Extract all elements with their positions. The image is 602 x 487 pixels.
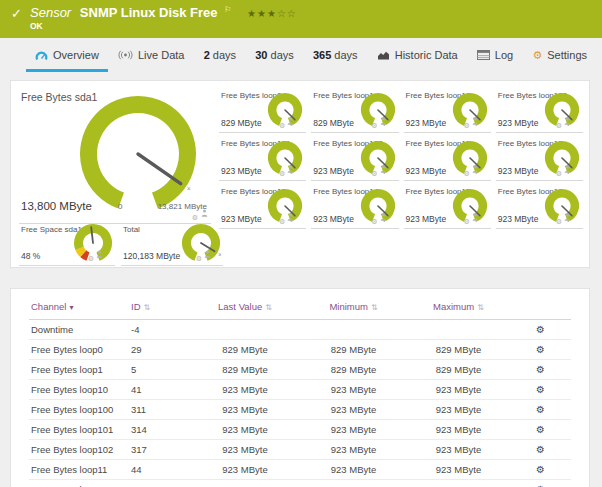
- gear-icon[interactable]: ⚙: [463, 122, 469, 129]
- gauge-tile-free-bytes-loop101[interactable]: Free Bytes loop101923 MByte⚙: [219, 135, 306, 181]
- channel-settings-icon[interactable]: ⚙: [536, 384, 545, 395]
- gauge-tile-free-bytes-loop14[interactable]: Free Bytes loop14923 MByte⚙: [311, 183, 398, 229]
- page-title: SNMP Linux Disk Free: [80, 5, 218, 20]
- cell-minimum: [301, 320, 406, 340]
- gauge-tile-free-bytes-loop13[interactable]: Free Bytes loop13923 MByte⚙: [219, 183, 306, 229]
- cell-last-value: 923 MByte: [189, 460, 301, 480]
- gear-icon[interactable]: ⚙: [279, 218, 285, 225]
- person-icon[interactable]: [380, 111, 387, 129]
- cell-maximum: 923 MByte: [406, 400, 511, 420]
- gauge-tile-free-bytes-loop10[interactable]: Free Bytes loop10923 MByte⚙: [404, 87, 491, 133]
- channel-settings-icon[interactable]: ⚙: [536, 364, 545, 375]
- gear-icon[interactable]: ⚙: [556, 218, 562, 225]
- tab-log[interactable]: Log: [470, 38, 520, 72]
- channel-settings-icon[interactable]: ⚙: [536, 464, 545, 475]
- tab-label: 2 days: [204, 49, 236, 61]
- person-icon[interactable]: [472, 159, 479, 177]
- tab-overview[interactable]: Overview: [28, 38, 106, 72]
- gauge-tile-free-bytes-loop12[interactable]: Free Bytes loop12923 MByte⚙: [496, 135, 583, 181]
- gauge-tile-free-bytes-sda1[interactable]: Free Bytes sda1 × 13,800 MByte 0 13,821 …: [19, 87, 211, 224]
- person-icon[interactable]: [287, 159, 294, 177]
- gauge-tile-free-bytes-loop0[interactable]: Free Bytes loop0829 MByte⚙: [219, 87, 306, 133]
- column-header-channel[interactable]: Channel▾: [29, 295, 129, 320]
- tab-historic-data[interactable]: Historic Data: [370, 38, 465, 72]
- column-header-minimum[interactable]: Minimum⇅: [301, 295, 406, 320]
- cell-settings: ⚙: [511, 440, 571, 460]
- gauge-tile-free-bytes-loop11[interactable]: Free Bytes loop11923 MByte⚙: [404, 135, 491, 181]
- cell-channel: Free Bytes loop10: [29, 380, 129, 400]
- tile-icons: ⚙: [463, 207, 478, 225]
- tab-30-days[interactable]: 30 days: [248, 38, 301, 72]
- tile-icons: ⚙: [556, 111, 571, 129]
- column-header-last-value[interactable]: Last Value⇅: [189, 295, 301, 320]
- cell-last-value: 829 MByte: [189, 340, 301, 360]
- channel-settings-icon[interactable]: ⚙: [536, 344, 545, 355]
- gauge-tile-free-bytes-loop102[interactable]: Free Bytes loop102923 MByte⚙: [311, 135, 398, 181]
- cell-minimum: 923 MByte: [301, 420, 406, 440]
- person-icon[interactable]: [564, 111, 571, 129]
- sort-desc-icon: ▾: [69, 303, 73, 312]
- gear-icon[interactable]: ⚙: [371, 170, 377, 177]
- cell-minimum: 923 MByte: [301, 400, 406, 420]
- gear-icon[interactable]: ⚙: [463, 170, 469, 177]
- tab-365-days[interactable]: 365 days: [306, 38, 365, 72]
- table-row-free-bytes-loop1: Free Bytes loop15829 MByte829 MByte829 M…: [29, 360, 571, 380]
- flag-icon[interactable]: ⚐: [224, 5, 231, 14]
- gear-icon[interactable]: ⚙: [88, 255, 94, 262]
- gear-icon[interactable]: ⚙: [279, 122, 285, 129]
- gear-icon[interactable]: ⚙: [556, 170, 562, 177]
- person-icon[interactable]: [472, 111, 479, 129]
- gauge-tile-total[interactable]: Total×120,183 MByte⚙: [121, 221, 223, 266]
- person-icon[interactable]: [96, 244, 103, 262]
- tab-2-days[interactable]: 2 days: [197, 38, 243, 72]
- tab-settings[interactable]: ⚙Settings: [525, 38, 594, 72]
- historic-icon: [377, 50, 390, 60]
- gauge-tile-free-bytes-loop100[interactable]: Free Bytes loop100923 MByte⚙: [496, 87, 583, 133]
- person-icon[interactable]: [287, 207, 294, 225]
- column-header-maximum[interactable]: Maximum⇅: [406, 295, 511, 320]
- tile-icons: ⚙: [88, 244, 103, 262]
- person-icon[interactable]: [204, 244, 211, 262]
- gauge-tile-free-bytes-loop1[interactable]: Free Bytes loop1829 MByte⚙: [311, 87, 398, 133]
- tab-label: 365 days: [313, 49, 358, 61]
- gauge-tile-free-space-sda1[interactable]: Free Space sda1×48 %⚙: [19, 221, 115, 266]
- person-icon[interactable]: [472, 207, 479, 225]
- channel-settings-icon[interactable]: ⚙: [536, 324, 545, 335]
- gear-icon[interactable]: ⚙: [371, 218, 377, 225]
- gear-icon[interactable]: ⚙: [371, 122, 377, 129]
- tab-label: Log: [495, 49, 513, 61]
- cell-last-value: [189, 320, 301, 340]
- cell-channel: Free Bytes loop0: [29, 340, 129, 360]
- channels-panel: Channel▾ID⇅Last Value⇅Minimum⇅Maximum⇅ D…: [10, 288, 590, 487]
- gear-icon[interactable]: ⚙: [196, 255, 202, 262]
- log-icon: [477, 50, 490, 60]
- person-icon[interactable]: [380, 159, 387, 177]
- column-label: Minimum: [329, 301, 368, 312]
- cell-settings: ⚙: [511, 360, 571, 380]
- person-icon[interactable]: [287, 111, 294, 129]
- gear-icon[interactable]: ⚙: [192, 214, 198, 221]
- column-header-id[interactable]: ID⇅: [129, 295, 189, 320]
- person-icon[interactable]: [380, 207, 387, 225]
- column-label: ID: [131, 301, 141, 312]
- table-row-free-bytes-loop11: Free Bytes loop1144923 MByte923 MByte923…: [29, 460, 571, 480]
- table-row-downtime: Downtime-4⚙: [29, 320, 571, 340]
- person-icon[interactable]: [564, 207, 571, 225]
- tile-icons: ⚙: [371, 111, 386, 129]
- cell-maximum: 829 MByte: [406, 340, 511, 360]
- cell-id: 317: [129, 440, 189, 460]
- gear-icon[interactable]: ⚙: [556, 122, 562, 129]
- gear-icon[interactable]: ⚙: [279, 170, 285, 177]
- channel-settings-icon[interactable]: ⚙: [536, 444, 545, 455]
- tab-live-data[interactable]: Live Data: [111, 38, 191, 72]
- channel-settings-icon[interactable]: ⚙: [536, 424, 545, 435]
- gauge-value: 13,800 MByte: [21, 200, 92, 212]
- channel-settings-icon[interactable]: ⚙: [536, 404, 545, 415]
- person-icon[interactable]: [201, 203, 208, 221]
- gauge-tile-free-bytes-loop16[interactable]: Free Bytes loop16923 MByte⚙: [496, 183, 583, 229]
- tab-label: 30 days: [255, 49, 294, 61]
- priority-stars[interactable]: ★★★☆☆: [247, 8, 297, 19]
- gauge-tile-free-bytes-loop15[interactable]: Free Bytes loop15923 MByte⚙: [404, 183, 491, 229]
- person-icon[interactable]: [564, 159, 571, 177]
- gear-icon[interactable]: ⚙: [463, 218, 469, 225]
